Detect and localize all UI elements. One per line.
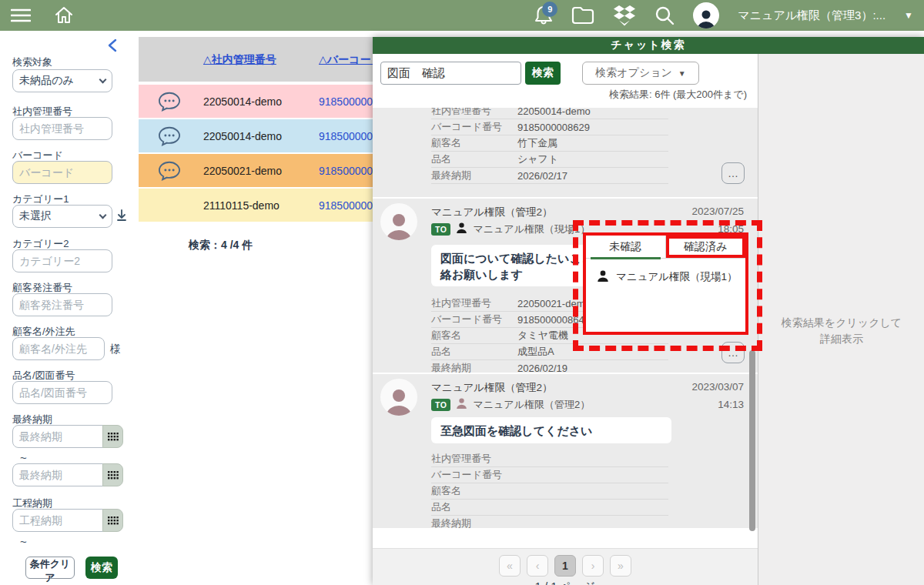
message-date: 2023/03/07: [691, 381, 744, 393]
final-due-to-input[interactable]: [12, 463, 103, 486]
pagination-last-button[interactable]: »: [610, 555, 631, 577]
category1-select[interactable]: 未選択: [12, 205, 112, 228]
sender-name: マニュアル権限（管理2）: [431, 206, 553, 219]
dropbox-icon[interactable]: [613, 5, 636, 26]
user-avatar[interactable]: [693, 2, 719, 28]
folder-icon[interactable]: [571, 6, 594, 25]
chat-result-card[interactable]: 社内管理番号22050014-demo バーコード番号9185000008629…: [373, 108, 758, 197]
table-row[interactable]: 22050014-demo 918500000862: [139, 85, 373, 119]
person-icon: [597, 269, 609, 284]
table-header-row: △社内管理番号 △バーコード番号: [139, 37, 373, 82]
user-menu-caret-icon[interactable]: ▼: [904, 10, 913, 21]
chat-bubble-icon[interactable]: [139, 160, 200, 182]
table-row[interactable]: 22050021-demo 918500000864: [139, 154, 373, 189]
top-header: 9 マニュアル権限（管理3）:... ▼: [0, 0, 924, 31]
message-time: 14:13: [718, 399, 744, 410]
pagination-page-1-button[interactable]: 1: [554, 555, 576, 577]
sidebar-search-button[interactable]: 検索: [85, 557, 118, 579]
chat-list-scrollbar[interactable]: [749, 350, 755, 531]
pagination-next-button[interactable]: ›: [582, 555, 604, 577]
app-window: 9 マニュアル権限（管理3）:... ▼ 検索対象 未納品のみ: [0, 0, 924, 585]
home-icon[interactable]: [54, 6, 74, 25]
detail-hint-text: 検索結果をクリックして 詳細表示: [758, 315, 924, 347]
clear-conditions-button[interactable]: 条件クリア: [25, 557, 75, 579]
recipient-person-icon: [456, 397, 467, 412]
tab-unconfirmed[interactable]: 未確認: [586, 236, 666, 258]
chat-result-summary: 検索結果: 6件 (最大200件まで): [609, 88, 747, 102]
chat-result-card[interactable]: マニュアル権限（管理2） 2023/03/07 TO マニュアル権限（管理2） …: [373, 374, 758, 528]
range-separator: ~: [20, 535, 27, 548]
calendar-icon[interactable]: [102, 509, 123, 532]
chat-search-options-button[interactable]: 検索オプション ▼: [582, 62, 699, 85]
category2-input[interactable]: [12, 249, 112, 272]
read-status-popup: 未確認 確認済み マニュアル権限（現場1）: [583, 232, 748, 335]
chat-pagination-footer: « ‹ 1 › » 1 / 1 ページ: [373, 548, 758, 585]
chat-search-button[interactable]: 検索: [525, 62, 561, 85]
popup-member-row: マニュアル権限（現場1）: [597, 269, 745, 284]
process-due-from-input[interactable]: [12, 509, 103, 532]
sort-barcode-link[interactable]: △バーコード番号: [319, 53, 373, 65]
user-name-label[interactable]: マニュアル権限（管理3）:...: [738, 8, 886, 23]
chevron-down-icon: [99, 75, 107, 83]
chevron-down-icon: [99, 211, 107, 219]
orders-table: △社内管理番号 △バーコード番号 22050014-demo 918500000…: [139, 37, 373, 223]
chat-search-input[interactable]: [380, 62, 521, 85]
tab-confirmed[interactable]: 確認済み: [666, 236, 746, 258]
table-result-count: 検索：4 /4 件: [189, 239, 253, 252]
notification-count-badge: 9: [542, 2, 557, 17]
chat-bubble-icon[interactable]: [139, 125, 200, 147]
sender-avatar: [380, 203, 417, 240]
chevron-down-icon: ▼: [678, 69, 686, 78]
to-badge: TO: [431, 399, 450, 411]
search-filter-sidebar: 検索対象 未納品のみ 社内管理番号 バーコード カテゴリー1 未選択 カテゴリー…: [0, 31, 139, 585]
final-due-from-input[interactable]: [12, 425, 103, 448]
table-row[interactable]: 21110115-demo 918500000861: [139, 189, 373, 223]
search-icon[interactable]: [654, 5, 675, 25]
calendar-icon[interactable]: [102, 425, 123, 448]
hamburger-menu-icon[interactable]: [11, 8, 31, 23]
recipient-name: マニュアル権限（管理2）: [473, 398, 590, 412]
message-bubble: 至急図面を確認してください: [431, 417, 671, 443]
search-target-label: 検索対象: [12, 55, 52, 69]
range-separator: ~: [20, 451, 27, 464]
chat-bubble-icon[interactable]: [139, 91, 200, 112]
pagination-label: 1 / 1 ページ: [373, 580, 758, 585]
barcode-input[interactable]: [12, 161, 112, 184]
message-date: 2023/07/25: [691, 206, 744, 217]
sender-avatar: [380, 379, 417, 416]
search-target-select[interactable]: 未納品のみ: [12, 69, 112, 92]
customer-suffix-label: 様: [110, 343, 121, 356]
customer-order-no-input[interactable]: [12, 293, 112, 316]
more-options-button[interactable]: …: [721, 342, 745, 363]
to-badge: TO: [431, 223, 450, 236]
notifications-bell-icon[interactable]: 9: [534, 5, 553, 25]
table-row[interactable]: 22050014-demo 918500000863: [139, 119, 373, 154]
calendar-icon[interactable]: [102, 463, 123, 486]
sender-name: マニュアル権限（管理2）: [431, 381, 553, 395]
recipient-person-icon: [456, 222, 467, 236]
pagination-first-button[interactable]: «: [499, 555, 521, 577]
customer-name-input[interactable]: [12, 337, 105, 360]
item-name-input[interactable]: [12, 381, 112, 404]
chat-modal-title: チャット検索: [373, 37, 924, 54]
more-options-button[interactable]: …: [721, 162, 745, 184]
sort-internal-no-link[interactable]: △社内管理番号: [203, 53, 276, 65]
internal-no-input[interactable]: [12, 117, 112, 140]
collapse-sidebar-chevron-icon[interactable]: [106, 38, 119, 55]
category-expand-icon[interactable]: [116, 209, 128, 226]
recipient-name: マニュアル権限（現場1）: [473, 222, 590, 236]
chat-detail-pane: 検索結果をクリックして 詳細表示: [758, 54, 924, 585]
pagination-prev-button[interactable]: ‹: [527, 555, 548, 577]
